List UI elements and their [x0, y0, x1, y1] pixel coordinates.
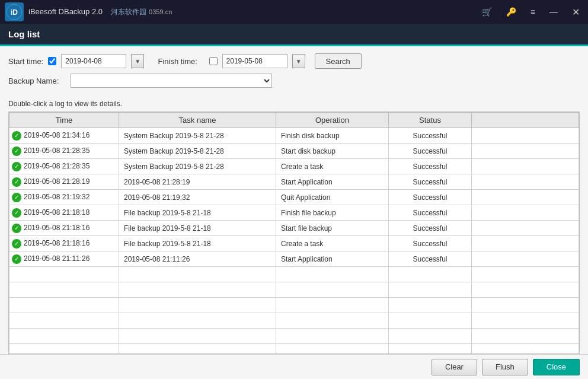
- cell-operation: Finish file backup: [276, 205, 389, 221]
- cell-operation: Quit Application: [276, 190, 389, 205]
- cell-status: Successful: [389, 128, 472, 144]
- empty-row: [9, 329, 579, 344]
- cell-status: Successful: [389, 251, 472, 267]
- cell-task: System Backup 2019-5-8 21-28: [119, 159, 276, 174]
- cell-time: ✓2019-05-08 21:28:19: [9, 174, 119, 190]
- cell-task: File backup 2019-5-8 21-18: [119, 236, 276, 251]
- col-extra: [472, 113, 579, 128]
- cell-task: 2019-05-08 21:28:19: [119, 174, 276, 190]
- svg-text:iD: iD: [11, 8, 18, 17]
- status-success-icon: ✓: [12, 208, 21, 218]
- menu-icon[interactable]: ≡: [527, 6, 539, 18]
- status-success-icon: ✓: [12, 177, 21, 187]
- table-row[interactable]: ✓2019-05-08 21:28:35 System Backup 2019-…: [9, 159, 579, 174]
- subtitle-bar: Log list: [0, 24, 588, 46]
- search-button[interactable]: Search: [315, 53, 362, 69]
- cell-extra: [472, 190, 579, 205]
- log-table: Time Task name Operation Status ✓2019-05…: [9, 112, 579, 354]
- cell-time: ✓2019-05-08 21:18:16: [9, 221, 119, 236]
- start-date-picker-button[interactable]: ▼: [131, 54, 144, 68]
- cell-time: ✓2019-05-08 21:18:16: [9, 236, 119, 251]
- cell-operation: Start Application: [276, 251, 389, 267]
- table-row[interactable]: ✓2019-05-08 21:18:16 File backup 2019-5-…: [9, 236, 579, 251]
- key-icon[interactable]: 🔑: [503, 6, 520, 18]
- cell-time: ✓2019-05-08 21:11:26: [9, 251, 119, 267]
- cell-status: Successful: [389, 236, 472, 251]
- cell-status: Successful: [389, 159, 472, 174]
- cell-task: 2019-05-08 21:11:26: [119, 251, 276, 267]
- log-table-container: Time Task name Operation Status ✓2019-05…: [8, 112, 580, 354]
- status-success-icon: ✓: [12, 146, 21, 156]
- start-time-label: Start time:: [8, 57, 43, 66]
- finish-date-input[interactable]: [222, 54, 287, 68]
- empty-row: [9, 282, 579, 298]
- finish-time-label: Finish time:: [158, 57, 197, 66]
- cell-time: ✓2019-05-08 21:19:32: [9, 190, 119, 205]
- table-row[interactable]: ✓2019-05-08 21:28:19 2019-05-08 21:28:19…: [9, 174, 579, 190]
- cell-extra: [472, 128, 579, 144]
- close-window-icon[interactable]: ✕: [568, 5, 583, 19]
- bottom-bar: Clear Flush Close: [0, 354, 588, 379]
- minimize-icon[interactable]: —: [546, 6, 561, 18]
- start-time-checkbox[interactable]: [48, 57, 56, 65]
- table-row[interactable]: ✓2019-05-08 21:11:26 2019-05-08 21:11:26…: [9, 251, 579, 267]
- cell-task: File backup 2019-5-8 21-18: [119, 205, 276, 221]
- cell-task: 2019-05-08 21:19:32: [119, 190, 276, 205]
- cell-extra: [472, 159, 579, 174]
- cell-operation: Start disk backup: [276, 144, 389, 159]
- filter-row-2: Backup Name:: [8, 74, 580, 88]
- table-row[interactable]: ✓2019-05-08 21:34:16 System Backup 2019-…: [9, 128, 579, 144]
- cart-icon[interactable]: 🛒: [478, 6, 496, 18]
- close-button[interactable]: Close: [533, 359, 580, 375]
- status-success-icon: ✓: [12, 193, 21, 202]
- table-row[interactable]: ✓2019-05-08 21:28:35 System Backup 2019-…: [9, 144, 579, 159]
- col-status: Status: [389, 113, 472, 128]
- table-row[interactable]: ✓2019-05-08 21:18:16 File backup 2019-5-…: [9, 221, 579, 236]
- cell-operation: Create a task: [276, 159, 389, 174]
- status-success-icon: ✓: [12, 254, 21, 264]
- backup-name-select[interactable]: [71, 74, 272, 88]
- table-row[interactable]: ✓2019-05-08 21:18:18 File backup 2019-5-…: [9, 205, 579, 221]
- cell-operation: Start Application: [276, 174, 389, 190]
- cell-time: ✓2019-05-08 21:34:16: [9, 128, 119, 144]
- filter-area: Start time: ▼ Finish time: ▼ Search Back…: [0, 46, 588, 97]
- cell-extra: [472, 205, 579, 221]
- col-operation: Operation: [276, 113, 389, 128]
- cell-extra: [472, 144, 579, 159]
- cell-task: File backup 2019-5-8 21-18: [119, 221, 276, 236]
- finish-time-checkbox[interactable]: [209, 57, 218, 65]
- hint-text: Double-click a log to view its details.: [0, 97, 588, 112]
- flush-button[interactable]: Flush: [482, 359, 528, 375]
- clear-button[interactable]: Clear: [432, 359, 477, 375]
- cell-task: System Backup 2019-5-8 21-28: [119, 128, 276, 144]
- status-success-icon: ✓: [12, 162, 21, 171]
- empty-row: [9, 267, 579, 282]
- finish-date-picker-button[interactable]: ▼: [292, 54, 305, 68]
- cell-extra: [472, 174, 579, 190]
- cell-extra: [472, 236, 579, 251]
- app-title: iBeesoft DBackup 2.0 河东软件园 0359.cn: [28, 7, 478, 17]
- cell-status: Successful: [389, 221, 472, 236]
- cell-status: Successful: [389, 205, 472, 221]
- status-success-icon: ✓: [12, 131, 21, 141]
- cell-extra: [472, 221, 579, 236]
- page-title: Log list: [8, 29, 40, 39]
- empty-row: [9, 298, 579, 313]
- cell-status: Successful: [389, 190, 472, 205]
- cell-status: Successful: [389, 174, 472, 190]
- empty-row: [9, 313, 579, 329]
- main-content: Start time: ▼ Finish time: ▼ Search Back…: [0, 46, 588, 354]
- cell-operation: Finish disk backup: [276, 128, 389, 144]
- filter-row-1: Start time: ▼ Finish time: ▼ Search: [8, 53, 580, 69]
- cell-extra: [472, 251, 579, 267]
- status-success-icon: ✓: [12, 224, 21, 233]
- start-date-input[interactable]: [61, 54, 126, 68]
- cell-task: System Backup 2019-5-8 21-28: [119, 144, 276, 159]
- empty-row: [9, 344, 579, 355]
- cell-time: ✓2019-05-08 21:28:35: [9, 159, 119, 174]
- table-header-row: Time Task name Operation Status: [9, 113, 579, 128]
- cell-status: Successful: [389, 144, 472, 159]
- cell-operation: Start file backup: [276, 221, 389, 236]
- window-controls: 🛒 🔑 ≡ — ✕: [478, 5, 583, 19]
- table-row[interactable]: ✓2019-05-08 21:19:32 2019-05-08 21:19:32…: [9, 190, 579, 205]
